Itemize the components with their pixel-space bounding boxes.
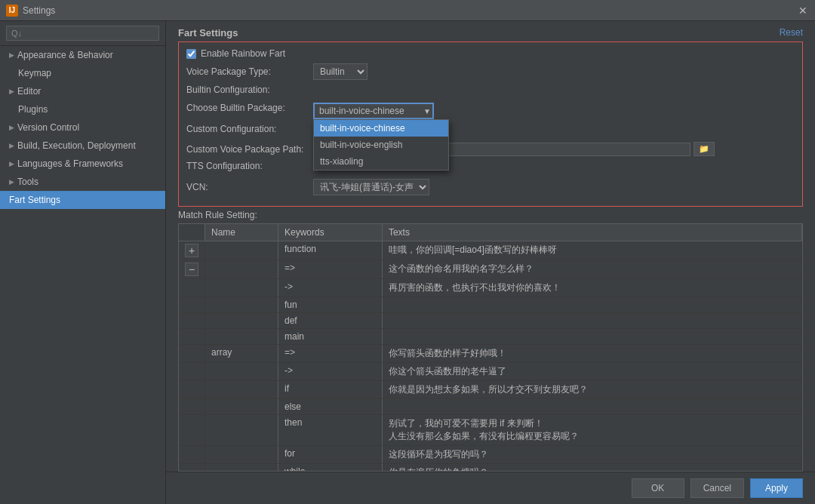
- cell-name: [205, 381, 278, 399]
- cell-keywords: while: [278, 464, 383, 472]
- ok-button[interactable]: OK: [632, 478, 684, 498]
- cell-keywords: main: [278, 329, 383, 345]
- builtin-config-label: Builtin Configuration:: [186, 85, 270, 95]
- table-body: +function哇哦，你的回调[=diao4]函数写的好棒棒呀−=>这个函数的…: [179, 241, 802, 472]
- cell-keywords: else: [278, 399, 383, 415]
- search-input[interactable]: [6, 26, 159, 41]
- cell-texts: [382, 313, 801, 329]
- cell-name: array: [205, 345, 278, 363]
- sidebar-item-build[interactable]: ▶ Build, Execution, Deployment: [0, 137, 165, 155]
- cell-texts: 别试了，我的可爱不需要用 if 来判断！ 人生没有那么多如果，有没有比编程更容易…: [382, 415, 801, 446]
- remove-button[interactable]: −: [185, 263, 198, 276]
- tts-config-label: TTS Configuration:: [186, 161, 263, 171]
- vcn-row: VCN: 讯飞-坤姐(普通话)-女声: [186, 179, 795, 195]
- builtin-config-header-row: Builtin Configuration:: [186, 85, 795, 98]
- cell-keywords: for: [278, 446, 383, 464]
- tts-config-header-row: TTS Configuration:: [186, 161, 795, 174]
- close-button[interactable]: ✕: [797, 5, 809, 17]
- rule-table: Name Keywords Texts +function哇哦，你的回调[=di…: [179, 224, 802, 472]
- match-rule-section: Match Rule Setting: Name Keywords Texts: [178, 210, 803, 472]
- cell-keywords: then: [278, 415, 383, 446]
- expand-arrow-tools: ▶: [9, 178, 14, 186]
- reset-link[interactable]: Reset: [780, 27, 803, 38]
- dropdown-arrow-icon: ▼: [423, 107, 431, 115]
- cell-name: [205, 297, 278, 313]
- vcn-select[interactable]: 讯飞-坤姐(普通话)-女声: [313, 179, 429, 195]
- cell-texts: [382, 297, 801, 313]
- cell-keywords: if: [278, 381, 383, 399]
- sidebar-item-version-control[interactable]: ▶ Version Control: [0, 118, 165, 137]
- col-keywords: Keywords: [278, 224, 383, 241]
- table-row: then别试了，我的可爱不需要用 if 来判断！ 人生没有那么多如果，有没有比编…: [179, 415, 802, 446]
- sidebar-item-languages[interactable]: ▶ Languages & Frameworks: [0, 155, 165, 173]
- table-row: def: [179, 313, 802, 329]
- main-header: Fart Settings Reset: [166, 21, 815, 38]
- table-row: fun: [179, 297, 802, 313]
- cell-keywords: =>: [278, 345, 383, 363]
- dialog-body: ▶ Appearance & Behavior Keymap ▶ Editor …: [0, 21, 815, 504]
- sidebar-item-appearance[interactable]: ▶ Appearance & Behavior: [0, 46, 165, 64]
- sidebar-item-fart-settings[interactable]: Fart Settings: [0, 191, 165, 209]
- cell-name: [205, 260, 278, 279]
- builtin-package-dropdown[interactable]: built-in-voice-chinese ▼ built-in-voice-…: [313, 103, 434, 119]
- search-box: [0, 21, 165, 46]
- cell-name: [205, 399, 278, 415]
- cell-keywords: =>: [278, 260, 383, 279]
- bottom-bar: OK Cancel Apply: [166, 472, 815, 504]
- cell-texts: 再厉害的函数，也执行不出我对你的喜欢！: [382, 279, 801, 297]
- sidebar-item-keymap[interactable]: Keymap: [0, 64, 165, 82]
- cell-name: [205, 363, 278, 381]
- choose-builtin-label: Choose Builtin Package:: [186, 103, 307, 113]
- cell-keywords: def: [278, 313, 383, 329]
- cell-keywords: ->: [278, 363, 383, 381]
- cancel-button[interactable]: Cancel: [690, 478, 744, 498]
- cell-keywords: fun: [278, 297, 383, 313]
- main-content: Fart Settings Reset Enable Rainbow Fart …: [166, 21, 815, 504]
- cell-texts: [382, 399, 801, 415]
- cell-name: [205, 241, 278, 260]
- table-header: Name Keywords Texts: [179, 224, 802, 241]
- add-button[interactable]: +: [185, 244, 198, 257]
- browse-button[interactable]: 📁: [694, 142, 715, 156]
- choose-builtin-row: Choose Builtin Package: built-in-voice-c…: [186, 103, 795, 119]
- sidebar-item-editor[interactable]: ▶ Editor: [0, 82, 165, 100]
- cell-name: [205, 329, 278, 345]
- dropdown-option-english[interactable]: built-in-voice-english: [314, 137, 448, 153]
- sidebar-item-plugins[interactable]: Plugins: [0, 100, 165, 118]
- voice-package-type-select[interactable]: Builtin Custom: [313, 63, 368, 80]
- rule-table-wrapper[interactable]: Name Keywords Texts +function哇哦，你的回调[=di…: [178, 223, 803, 472]
- enable-checkbox[interactable]: [186, 49, 196, 59]
- cell-texts: 你是在遍历你的鱼塘吗？: [382, 464, 801, 472]
- dropdown-option-xiaoling[interactable]: tts-xiaoling: [314, 153, 448, 170]
- table-row: ->再厉害的函数，也执行不出我对你的喜欢！: [179, 279, 802, 297]
- expand-arrow-build: ▶: [9, 142, 14, 149]
- match-rule-label: Match Rule Setting:: [178, 210, 803, 220]
- cell-texts: [382, 329, 801, 345]
- sidebar-item-tools[interactable]: ▶ Tools: [0, 173, 165, 191]
- dropdown-selected[interactable]: built-in-voice-chinese ▼: [313, 103, 434, 119]
- custom-config-header-row: Custom Configuration:: [186, 124, 795, 137]
- vcn-label: VCN:: [186, 182, 307, 192]
- voice-package-type-row: Voice Package Type: Builtin Custom: [186, 63, 795, 80]
- apply-button[interactable]: Apply: [750, 478, 803, 498]
- table-row: main: [179, 329, 802, 345]
- cell-name: [205, 313, 278, 329]
- table-row: while你是在遍历你的鱼塘吗？: [179, 464, 802, 472]
- sidebar: ▶ Appearance & Behavior Keymap ▶ Editor …: [0, 21, 166, 504]
- cell-texts: 这段循环是为我写的吗？: [382, 446, 801, 464]
- title-bar-left: IJ Settings: [6, 5, 55, 17]
- enable-rainbow-fart-row: Enable Rainbow Fart: [186, 48, 795, 59]
- dropdown-selected-text: built-in-voice-chinese: [319, 106, 404, 116]
- table-row: +function哇哦，你的回调[=diao4]函数写的好棒棒呀: [179, 241, 802, 260]
- table-row: array=>你写箭头函数的样子好帅哦！: [179, 345, 802, 363]
- dropdown-option-chinese[interactable]: built-in-voice-chinese: [314, 120, 448, 137]
- expand-arrow-editor: ▶: [9, 88, 14, 95]
- cell-name: [205, 446, 278, 464]
- cell-name: [205, 415, 278, 446]
- col-addremove: [179, 224, 205, 241]
- col-texts: Texts: [382, 224, 801, 241]
- dropdown-menu: built-in-voice-chinese built-in-voice-en…: [313, 119, 449, 171]
- cell-texts: 你就是因为想太多如果，所以才交不到女朋友吧？: [382, 381, 801, 399]
- cell-name: [205, 464, 278, 472]
- cell-texts: 哇哦，你的回调[=diao4]函数写的好棒棒呀: [382, 241, 801, 260]
